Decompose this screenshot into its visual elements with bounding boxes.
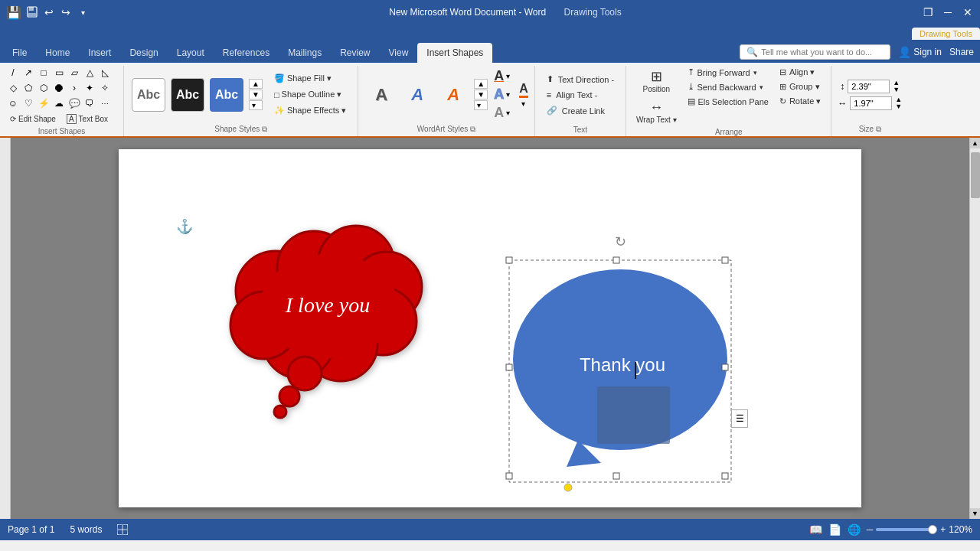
- align-text-button[interactable]: ≡ Align Text -: [541, 88, 603, 102]
- zoom-out[interactable]: ─: [867, 524, 874, 535]
- create-link-button[interactable]: 🔗 Create Link: [541, 103, 610, 118]
- rotate-button[interactable]: ↻ Rotate ▾: [776, 95, 825, 108]
- text-fill-dropdown[interactable]: ▾: [506, 72, 510, 80]
- wordart-style-2[interactable]: A: [400, 78, 434, 112]
- tab-mailings[interactable]: Mailings: [279, 43, 331, 63]
- search-box[interactable]: 🔍: [740, 44, 890, 60]
- scrollbar-right[interactable]: ▲ ▼: [969, 138, 980, 519]
- tab-layout[interactable]: Layout: [168, 43, 214, 63]
- shape-chevron-icon[interactable]: ›: [67, 81, 81, 95]
- text-fill-button[interactable]: A: [494, 68, 504, 84]
- shape-hexagon-icon[interactable]: ⬡: [37, 81, 51, 95]
- layout-options-button[interactable]: ☰: [731, 409, 748, 428]
- text-color-dropdown[interactable]: ▾: [519, 99, 528, 108]
- shape-rect-icon[interactable]: □: [37, 66, 51, 80]
- text-box-button[interactable]: A Text Box: [63, 112, 112, 126]
- shape-parallelogram-icon[interactable]: ▱: [67, 66, 81, 80]
- share-button[interactable]: Share: [949, 47, 974, 57]
- shape-pentagon-icon[interactable]: ⬠: [21, 81, 35, 95]
- tab-view[interactable]: View: [380, 43, 418, 63]
- text-effects-dropdown[interactable]: ▾: [506, 109, 510, 117]
- height-icon: ↕: [840, 81, 844, 92]
- bring-forward-button[interactable]: ⤒ Bring Forward ▾: [684, 66, 773, 79]
- shape-fill-button[interactable]: 🪣 Shape Fill ▾: [269, 71, 351, 86]
- send-backward-button[interactable]: ⤓ Send Backward ▾: [684, 80, 773, 93]
- shape-rounded-rect-icon[interactable]: ▭: [52, 66, 66, 80]
- wordart-styles-up[interactable]: ▲: [474, 79, 488, 89]
- shape-arrow-icon[interactable]: ↗: [21, 66, 35, 80]
- web-layout-icon[interactable]: 🌐: [848, 523, 861, 536]
- shape-star4-icon[interactable]: ✧: [98, 81, 112, 95]
- tab-format[interactable]: Insert Shapes: [417, 43, 492, 63]
- read-mode-icon[interactable]: 📖: [809, 523, 822, 536]
- align-button[interactable]: ⊟ Align ▾: [776, 66, 825, 79]
- search-input[interactable]: [761, 47, 884, 57]
- close-button[interactable]: ✕: [962, 6, 974, 18]
- text-outline-dropdown[interactable]: ▾: [506, 90, 510, 99]
- height-input[interactable]: [848, 80, 890, 93]
- shape-lightning-icon[interactable]: ⚡: [37, 96, 51, 110]
- wordart-styles-more[interactable]: ▾: [474, 100, 488, 110]
- customize-button[interactable]: ▾: [77, 6, 89, 18]
- selection-pane-button[interactable]: ▤ Els Selection Pane: [684, 95, 773, 108]
- document-page: ⚓: [119, 149, 861, 507]
- shape-star5-icon[interactable]: ✦: [83, 81, 96, 95]
- tab-file[interactable]: File: [3, 43, 36, 63]
- undo-button[interactable]: ↩: [43, 6, 55, 18]
- shape-more-icon[interactable]: ⋯: [98, 96, 112, 110]
- wordart-style-3[interactable]: A: [436, 78, 470, 112]
- canvas-area[interactable]: ⚓: [11, 138, 969, 519]
- scroll-up[interactable]: ▲: [970, 138, 981, 148]
- wordart-styles-down[interactable]: ▼: [474, 90, 488, 99]
- restore-button[interactable]: ❐: [922, 6, 934, 18]
- shape-style-2[interactable]: Abc: [171, 78, 204, 112]
- width-input[interactable]: [850, 96, 892, 110]
- shape-styles-more[interactable]: ▾: [249, 100, 263, 110]
- sign-in-button[interactable]: 👤 Sign in: [898, 46, 942, 58]
- shape-cloud-icon[interactable]: ☁: [52, 96, 66, 110]
- shape-smiley-icon[interactable]: ☺: [6, 96, 20, 110]
- shape-rtriangle-icon[interactable]: ◺: [98, 66, 112, 80]
- width-down[interactable]: ▼: [895, 103, 902, 110]
- shape-style-1[interactable]: Abc: [132, 78, 165, 112]
- shape-speech-icon[interactable]: 🗨: [83, 96, 96, 110]
- redo-button[interactable]: ↪: [60, 6, 72, 18]
- shape-styles-up[interactable]: ▲: [249, 79, 263, 89]
- blue-speech-bubble[interactable]: ↻ Thank you: [509, 260, 731, 490]
- tab-insert[interactable]: Insert: [79, 43, 120, 63]
- height-down[interactable]: ▼: [893, 86, 900, 93]
- shape-octagon-icon[interactable]: ⯃: [52, 81, 66, 95]
- minimize-button[interactable]: ─: [942, 6, 954, 18]
- shape-heart-icon[interactable]: ♡: [21, 96, 35, 110]
- tab-references[interactable]: References: [214, 43, 279, 63]
- svg-point-13: [279, 386, 299, 406]
- edit-shape-button[interactable]: ⟳ Edit Shape: [6, 113, 60, 125]
- shape-triangle-icon[interactable]: △: [83, 66, 96, 80]
- text-effects-button[interactable]: A: [494, 105, 504, 121]
- red-cloud-shape[interactable]: I love you: [214, 207, 436, 421]
- shape-diamond-icon[interactable]: ◇: [6, 81, 20, 95]
- wordart-style-1[interactable]: A: [364, 78, 398, 112]
- save-button[interactable]: [26, 6, 38, 18]
- zoom-slider-area[interactable]: ─ + 120%: [867, 524, 972, 535]
- tab-home[interactable]: Home: [36, 43, 79, 63]
- group-button[interactable]: ⊞ Group ▾: [776, 80, 825, 93]
- rotate-handle[interactable]: ↻: [615, 233, 626, 250]
- tab-design[interactable]: Design: [120, 43, 167, 63]
- shape-styles-down[interactable]: ▼: [249, 90, 263, 99]
- scroll-down[interactable]: ▼: [970, 508, 981, 519]
- tab-review[interactable]: Review: [331, 43, 379, 63]
- zoom-in[interactable]: +: [940, 524, 946, 535]
- arrange-label: Arrange: [632, 126, 825, 139]
- shape-style-3[interactable]: Abc: [210, 78, 243, 112]
- shape-line-icon[interactable]: /: [6, 66, 20, 80]
- wrap-text-button[interactable]: ↔ Wrap Text ▾: [632, 97, 680, 126]
- text-direction-button[interactable]: ⬆ Text Direction -: [541, 72, 619, 86]
- position-button[interactable]: ⊞ Position: [632, 66, 680, 96]
- shape-effects-button[interactable]: ✨ Shape Effects ▾: [269, 103, 351, 118]
- scroll-thumb[interactable]: [971, 152, 980, 198]
- shape-callout-icon[interactable]: 💬: [67, 96, 81, 110]
- shape-outline-button[interactable]: □ Shape Outline ▾: [269, 87, 351, 102]
- print-layout-icon[interactable]: 📄: [828, 523, 841, 536]
- text-outline-button[interactable]: A: [494, 86, 504, 103]
